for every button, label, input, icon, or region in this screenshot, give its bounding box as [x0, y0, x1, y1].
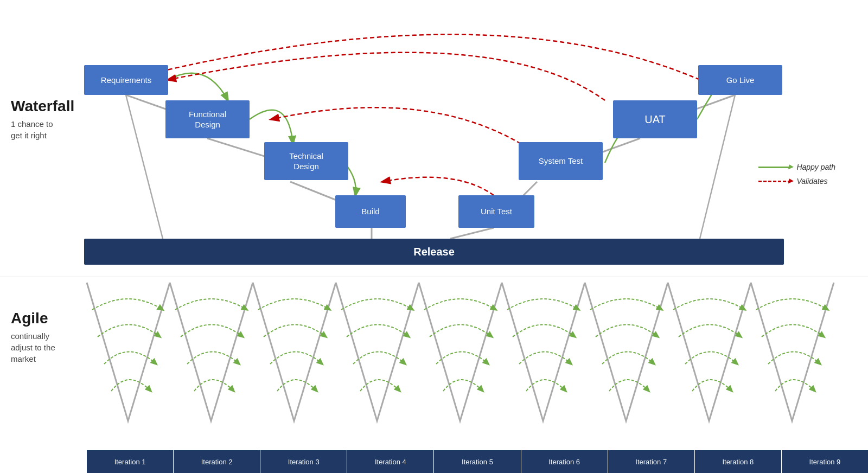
system-test-box: System Test	[519, 142, 603, 180]
agile-section: Agile continuallyadjust to themarket // …	[0, 277, 868, 473]
iteration-bar-3: Iteration 3	[260, 450, 347, 473]
iteration-bar-1: Iteration 1	[87, 450, 174, 473]
waterfall-title: Waterfall	[11, 98, 74, 115]
svg-line-8	[126, 95, 163, 239]
agile-title: Agile	[11, 310, 55, 327]
svg-line-4	[450, 228, 494, 239]
iteration-bar-7: Iteration 7	[608, 450, 695, 473]
happy-path-icon	[758, 163, 791, 171]
waterfall-label: Waterfall 1 chance toget it right	[11, 98, 74, 141]
iteration-bars: Iteration 1 Iteration 2 Iteration 3 Iter…	[87, 450, 868, 473]
technical-design-box: TechnicalDesign	[264, 142, 348, 180]
iteration-bar-9: Iteration 9	[782, 450, 868, 473]
functional-design-box: FunctionalDesign	[165, 100, 250, 138]
requirements-box: Requirements	[84, 65, 168, 95]
waterfall-subtitle: 1 chance toget it right	[11, 118, 74, 141]
release-bar: Release	[84, 239, 784, 265]
happy-path-legend: Happy path	[758, 163, 835, 171]
iteration-bar-6: Iteration 6	[521, 450, 608, 473]
iteration-bar-5: Iteration 5	[434, 450, 521, 473]
iteration-bar-8: Iteration 8	[695, 450, 782, 473]
legend: Happy path Validates	[758, 163, 835, 191]
uat-box: UAT	[613, 100, 697, 138]
iteration-bar-4: Iteration 4	[347, 450, 434, 473]
agile-subtitle: continuallyadjust to themarket	[11, 330, 55, 365]
unit-test-box: Unit Test	[458, 195, 534, 228]
build-box: Build	[335, 195, 406, 228]
waterfall-diagram-svg	[0, 0, 868, 277]
agile-label: Agile continuallyadjust to themarket	[11, 310, 55, 365]
validates-icon	[758, 177, 791, 186]
iteration-bar-2: Iteration 2	[174, 450, 260, 473]
waterfall-section: Waterfall 1 chance toget it right	[0, 0, 868, 277]
agile-diagram-svg: // Will draw via JS below	[0, 277, 868, 473]
svg-line-9	[700, 95, 735, 239]
go-live-box: Go Live	[698, 65, 782, 95]
validates-legend: Validates	[758, 177, 835, 186]
